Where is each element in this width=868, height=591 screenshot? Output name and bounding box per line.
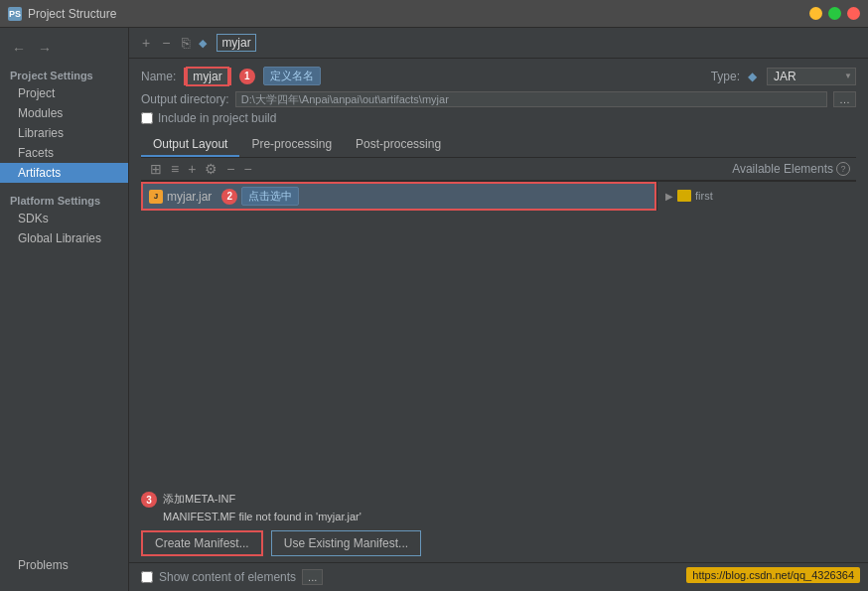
type-label: Type: xyxy=(711,70,740,83)
notification-prefix: 添加META-INF xyxy=(163,492,362,507)
copy-artifact-button[interactable]: ⎘ xyxy=(179,35,193,51)
name-row: Name: myjar 1 定义名名 Type: ◆ JAR WAR Other xyxy=(141,67,856,85)
action-buttons: Create Manifest... Use Existing Manifest… xyxy=(141,530,856,556)
sidebar: ← → Project Settings Project Modules Lib… xyxy=(0,28,129,591)
sidebar-item-global-libraries[interactable]: Global Libraries xyxy=(0,228,128,248)
tab-post-processing[interactable]: Post-processing xyxy=(344,133,453,157)
tree-item-myjar[interactable]: J myjar.jar 2 点击选中 xyxy=(141,182,656,211)
layout-grid-button[interactable]: ⊞ xyxy=(147,161,165,177)
output-dir-label: Output directory: xyxy=(141,92,229,106)
main-layout: ← → Project Settings Project Modules Lib… xyxy=(0,28,868,591)
content-topbar: + − ⎘ ◆ myjar xyxy=(129,28,868,59)
layout-add-button[interactable]: + xyxy=(185,161,199,177)
tabs: Output Layout Pre-processing Post-proces… xyxy=(141,133,856,158)
use-existing-manifest-button[interactable]: Use Existing Manifest... xyxy=(271,530,421,556)
layout-list-button[interactable]: ≡ xyxy=(168,161,182,177)
expand-icon[interactable]: ▶ xyxy=(665,191,673,202)
badge-3: 3 xyxy=(141,492,157,508)
available-elements-label: Available Elements xyxy=(732,162,833,176)
jar-icon: J xyxy=(149,190,163,204)
notification-content: 添加META-INF MANIFEST.MF file not found in… xyxy=(163,492,362,524)
layout-remove2-button[interactable]: − xyxy=(241,161,255,177)
layout-toolbar: ⊞ ≡ + ⚙ − − Available Elements ? xyxy=(141,158,856,181)
artifact-diamond-icon: ◆ xyxy=(199,37,207,50)
notification-text: MANIFEST.MF file not found in 'myjar.jar… xyxy=(163,510,362,524)
tab-pre-processing[interactable]: Pre-processing xyxy=(239,133,344,157)
minimize-button[interactable] xyxy=(809,7,822,20)
include-build-row: Include in project build xyxy=(141,111,856,125)
layout-split: J myjar.jar 2 点击选中 ▶ xyxy=(141,181,856,211)
output-dir-input[interactable] xyxy=(235,91,827,107)
project-settings-header: Project Settings xyxy=(0,66,128,83)
show-content-label: Show content of elements xyxy=(159,570,296,584)
type-dropdown-wrap: JAR WAR Other xyxy=(767,68,856,85)
maximize-button[interactable] xyxy=(828,7,841,20)
back-button[interactable]: ← xyxy=(8,40,30,58)
available-elements-tree: ▶ first xyxy=(665,186,848,206)
sidebar-item-libraries[interactable]: Libraries xyxy=(0,123,128,143)
type-diamond-icon: ◆ xyxy=(748,70,757,83)
tree-item-content: myjar.jar 2 点击选中 xyxy=(167,187,649,206)
help-icon[interactable]: ? xyxy=(836,162,850,176)
output-dir-row: Output directory: … xyxy=(141,91,856,107)
window-controls xyxy=(809,7,860,20)
artifact-name-label: myjar xyxy=(217,34,255,52)
remove-artifact-button[interactable]: − xyxy=(159,35,173,51)
platform-settings-header: Platform Settings xyxy=(0,191,128,209)
window-title: Project Structure xyxy=(28,7,809,21)
annotation-1: 定义名名 xyxy=(263,67,321,85)
layout-settings-button[interactable]: ⚙ xyxy=(202,161,220,177)
content-area: + − ⎘ ◆ myjar Name: myjar 1 定义名名 xyxy=(129,28,868,591)
name-input-highlight: myjar xyxy=(184,68,230,85)
name-input[interactable]: myjar xyxy=(186,67,228,86)
tab-output-layout[interactable]: Output Layout xyxy=(141,133,239,157)
sidebar-item-project[interactable]: Project xyxy=(0,83,128,103)
nav-buttons: ← → xyxy=(0,36,128,66)
forward-button[interactable]: → xyxy=(34,40,56,58)
add-artifact-button[interactable]: + xyxy=(139,35,153,51)
browse-output-button[interactable]: … xyxy=(833,91,856,107)
type-dropdown[interactable]: JAR WAR Other xyxy=(767,68,856,85)
name-label: Name: xyxy=(141,70,176,83)
sidebar-item-sdks[interactable]: SDKs xyxy=(0,209,128,228)
notification-area: 3 添加META-INF MANIFEST.MF file not found … xyxy=(129,486,868,562)
layout-tree-left: J myjar.jar 2 点击选中 xyxy=(141,182,657,211)
tree-item-name: myjar.jar xyxy=(167,190,212,204)
badge-1: 1 xyxy=(239,69,255,84)
right-tree-item-name: first xyxy=(695,190,713,202)
sidebar-item-facets[interactable]: Facets xyxy=(0,143,128,163)
sidebar-item-modules[interactable]: Modules xyxy=(0,103,128,123)
layout-right: ▶ first xyxy=(657,182,856,211)
show-content-options-button[interactable]: ... xyxy=(302,569,323,585)
show-content-checkbox[interactable] xyxy=(141,571,153,583)
watermark: https://blog.csdn.net/qq_4326364 xyxy=(686,567,860,583)
properties-panel: Name: myjar 1 定义名名 Type: ◆ JAR WAR Other xyxy=(129,59,868,486)
annotation-2: 点击选中 xyxy=(241,187,299,206)
layout-remove-button[interactable]: − xyxy=(223,161,237,177)
sidebar-item-problems[interactable]: Problems xyxy=(0,555,128,575)
title-bar: PS Project Structure xyxy=(0,0,868,28)
sidebar-item-artifacts[interactable]: Artifacts xyxy=(0,163,128,183)
badge-2: 2 xyxy=(221,189,237,205)
include-build-label: Include in project build xyxy=(158,111,276,125)
notification-row: 3 添加META-INF MANIFEST.MF file not found … xyxy=(141,492,856,524)
close-button[interactable] xyxy=(847,7,860,20)
app-icon: PS xyxy=(8,7,22,21)
include-build-checkbox[interactable] xyxy=(141,112,153,124)
create-manifest-button[interactable]: Create Manifest... xyxy=(141,530,263,556)
folder-icon xyxy=(677,190,691,202)
